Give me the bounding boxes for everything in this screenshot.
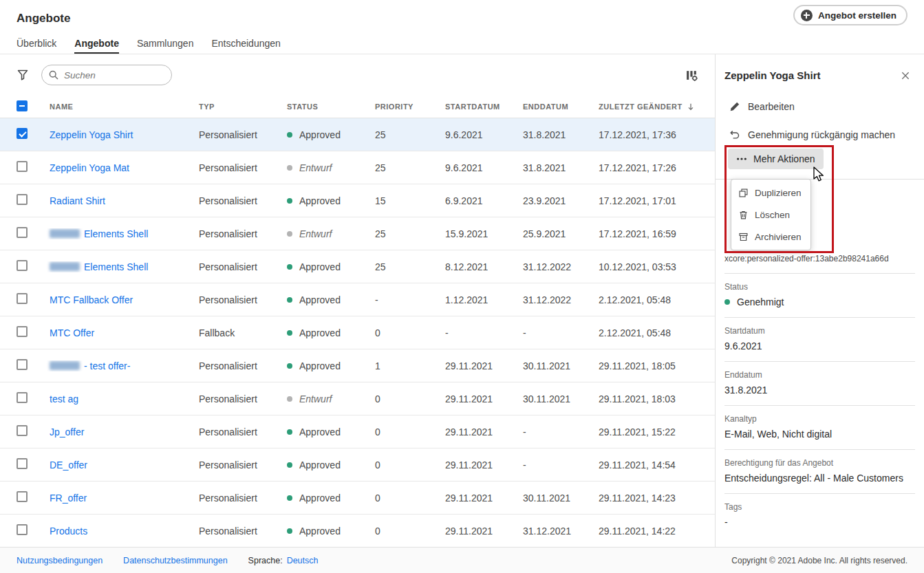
more-actions-button[interactable]: Mehr Aktionen <box>728 149 824 169</box>
row-checkbox[interactable] <box>17 194 28 205</box>
row-checkbox[interactable] <box>17 524 28 535</box>
tab-ueberblick[interactable]: Überblick <box>17 33 56 54</box>
offer-name-link[interactable]: Zeppelin Yoga Mat <box>50 162 129 173</box>
table-row[interactable]: FR_offerPersonalisiertApproved029.11.202… <box>0 482 715 515</box>
status-dot <box>287 231 292 237</box>
archive-icon <box>738 232 749 242</box>
status-label: Approved <box>299 460 341 471</box>
table-row[interactable]: Zeppelin Yoga ShirtPersonalisiertApprove… <box>0 118 715 151</box>
status-dot <box>287 429 292 435</box>
column-header-status[interactable]: STATUS <box>270 102 358 111</box>
privacy-link[interactable]: Datenschutzbestimmungen <box>123 556 227 565</box>
tab-entscheidungen[interactable]: Entscheidungen <box>211 33 280 54</box>
status-label: Entwurf <box>299 228 332 239</box>
offer-name-link[interactable]: MTC Offer <box>50 327 94 338</box>
close-icon[interactable] <box>901 71 910 80</box>
trash-icon <box>738 210 749 220</box>
search-input[interactable] <box>41 65 172 85</box>
offer-modified: 29.11.2021, 14:22 <box>582 526 715 537</box>
offer-priority: 25 <box>358 261 429 272</box>
row-checkbox-cell <box>0 458 33 471</box>
row-checkbox[interactable] <box>17 425 28 436</box>
row-checkbox[interactable] <box>17 491 28 502</box>
column-header-enddatum[interactable]: ENDDATUM <box>506 102 582 111</box>
status-label: Approved <box>299 129 341 140</box>
detail-label: Enddatum <box>724 370 915 380</box>
column-header-priority[interactable]: PRIORITY <box>358 102 429 111</box>
offer-type: Personalisiert <box>182 129 270 140</box>
select-all-checkbox[interactable] <box>17 100 28 111</box>
offer-modified: 2.12.2021, 05:48 <box>582 327 715 338</box>
table-row[interactable]: ProductsPersonalisiertApproved029.11.202… <box>0 515 715 547</box>
revert-approval-action[interactable]: Genehmigung rückgängig machen <box>716 120 924 149</box>
offer-name-link[interactable]: Elements Shell <box>84 228 148 239</box>
offer-name-link[interactable]: FR_offer <box>50 493 87 504</box>
detail-tags: Tags - <box>724 494 915 537</box>
menu-item-duplicate[interactable]: Duplizieren <box>731 182 810 204</box>
row-checkbox[interactable] <box>17 260 28 271</box>
offer-start-date: 1.12.2021 <box>429 294 506 305</box>
offer-start-date: 29.11.2021 <box>429 493 506 504</box>
row-checkbox[interactable] <box>17 326 28 337</box>
tab-sammlungen[interactable]: Sammlungen <box>137 33 194 54</box>
table-row[interactable]: MTC OfferFallbackApproved0--2.12.2021, 0… <box>0 316 715 349</box>
status-label: Entwurf <box>299 393 332 404</box>
table-row[interactable]: DE_offerPersonalisiertApproved029.11.202… <box>0 448 715 482</box>
edit-action-label: Bearbeiten <box>748 101 795 112</box>
copyright-text: Copyright © 2021 Adobe Inc. All rights r… <box>731 556 907 565</box>
offer-name-link[interactable]: Elements Shell <box>84 261 148 272</box>
filter-icon[interactable] <box>17 69 29 81</box>
offer-name-link[interactable]: MTC Fallback Offer <box>50 294 133 305</box>
offer-name-link[interactable]: Radiant Shirt <box>50 195 105 206</box>
offer-modified: 29.11.2021, 18:05 <box>582 360 715 371</box>
offer-name-cell: MTC Offer <box>33 327 182 338</box>
row-checkbox[interactable] <box>17 293 28 304</box>
edit-action[interactable]: Bearbeiten <box>716 92 924 120</box>
status-label: Approved <box>299 360 341 371</box>
offer-name-link[interactable]: Jp_offer <box>50 426 84 437</box>
column-header-typ[interactable]: TYP <box>182 102 270 111</box>
row-checkbox[interactable] <box>17 161 28 172</box>
column-settings-icon[interactable] <box>685 69 698 82</box>
table-row[interactable]: Jp_offerPersonalisiertApproved029.11.202… <box>0 415 715 448</box>
row-checkbox[interactable] <box>17 128 28 139</box>
create-offer-button[interactable]: Angebot erstellen <box>793 5 907 25</box>
row-checkbox[interactable] <box>17 458 28 469</box>
search-icon <box>48 69 59 80</box>
offer-type: Personalisiert <box>182 195 270 206</box>
pencil-icon <box>729 101 740 112</box>
row-checkbox-cell <box>0 293 33 306</box>
table-row[interactable]: test agPersonalisiertEntwurf029.11.20213… <box>0 382 715 415</box>
menu-item-archive[interactable]: Archivieren <box>731 226 810 248</box>
offer-name-link[interactable]: Products <box>50 526 87 537</box>
table-row[interactable]: Zeppelin Yoga MatPersonalisiertEntwurf25… <box>0 151 715 184</box>
table-row[interactable]: MTC Fallback OfferPersonalisiertApproved… <box>0 283 715 316</box>
offer-end-date: - <box>506 460 582 471</box>
row-checkbox[interactable] <box>17 392 28 403</box>
column-header-startdatum[interactable]: STARTDATUM <box>429 102 506 111</box>
row-checkbox[interactable] <box>17 359 28 370</box>
offer-modified: 29.11.2021, 14:54 <box>582 460 715 471</box>
create-offer-label: Angebot erstellen <box>818 10 896 21</box>
table-row[interactable]: Radiant ShirtPersonalisiertApproved156.9… <box>0 184 715 217</box>
tab-angebote[interactable]: Angebote <box>74 33 119 54</box>
more-actions-menu: Duplizieren Löschen Archivieren <box>731 179 811 250</box>
offer-name-link[interactable]: Zeppelin Yoga Shirt <box>50 129 133 140</box>
menu-item-delete[interactable]: Löschen <box>731 204 810 226</box>
offer-name-link[interactable]: - test offer- <box>84 360 130 371</box>
top-bar: Angebote Angebot erstellen <box>0 0 924 33</box>
select-all-cell <box>0 100 33 113</box>
offer-status: Entwurf <box>270 393 358 404</box>
offer-name-link[interactable]: test ag <box>50 393 78 404</box>
table-row[interactable]: - test offer-PersonalisiertApproved129.1… <box>0 349 715 382</box>
table-row[interactable]: Elements ShellPersonalisiertEntwurf2515.… <box>0 217 715 250</box>
table-row[interactable]: Elements ShellPersonalisiertApproved258.… <box>0 250 715 283</box>
terms-link[interactable]: Nutzungsbedingungen <box>17 556 103 565</box>
column-header-zuletzt-geaendert[interactable]: ZULETZT GEÄNDERT <box>582 102 715 111</box>
row-checkbox[interactable] <box>17 227 28 238</box>
language-value-link[interactable]: Deutsch <box>287 556 319 565</box>
offer-status: Approved <box>270 129 358 140</box>
offer-name-link[interactable]: DE_offer <box>50 460 87 471</box>
column-header-name[interactable]: NAME <box>33 102 182 111</box>
offer-start-date: 29.11.2021 <box>429 393 506 404</box>
